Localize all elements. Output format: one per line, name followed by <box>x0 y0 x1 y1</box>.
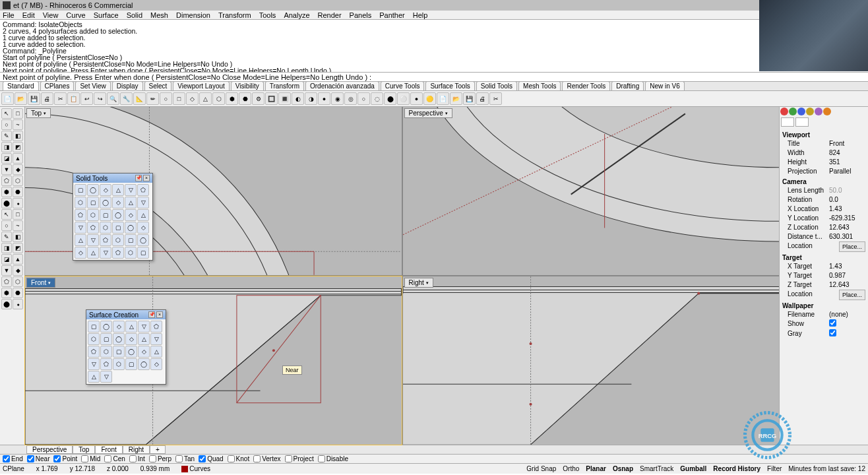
left-tool-button[interactable]: ▲ <box>13 153 23 164</box>
toolbar-button[interactable]: ⬣ <box>239 92 251 105</box>
pin-icon[interactable]: 📌 <box>135 175 142 181</box>
osnap-project[interactable]: Project <box>285 455 314 462</box>
place-target-button[interactable]: Place... <box>839 290 865 300</box>
left-tool-button[interactable]: ⬥ <box>13 299 23 309</box>
palette-button[interactable]: ▽ <box>88 358 100 370</box>
palette-button[interactable]: ⬡ <box>75 197 86 208</box>
left-tool-button[interactable]: ⬠ <box>1 276 12 287</box>
palette-button[interactable]: ▽ <box>150 333 162 345</box>
left-tool-button[interactable]: ✎ <box>1 232 12 242</box>
left-tool-button[interactable]: ◨ <box>1 243 12 253</box>
palette-button[interactable]: △ <box>137 209 149 221</box>
solid-tools-panel[interactable]: Solid Tools 📌× ▢◯◇△▽⬠⬡▢◯◇△▽⬠⬡▢◯◇△▽⬠⬡▢◯◇△… <box>73 173 153 261</box>
palette-button[interactable]: ▢ <box>125 358 137 370</box>
menu-edit[interactable]: Edit <box>22 11 35 19</box>
toolbar-tab[interactable]: Ordenación avanzada <box>305 81 379 90</box>
toolbar-tab[interactable]: Select <box>144 81 172 90</box>
status-toggle-grid-snap[interactable]: Grid Snap <box>526 465 556 472</box>
toolbar-button[interactable]: ◎ <box>344 92 357 105</box>
palette-button[interactable]: ◇ <box>112 197 124 208</box>
object-tab[interactable] <box>781 117 794 127</box>
palette-button[interactable]: ◯ <box>125 346 137 358</box>
viewport-tab[interactable]: + <box>150 445 166 454</box>
toolbar-button[interactable]: ◑ <box>305 92 317 105</box>
viewport-perspective[interactable]: Perspective▾ <box>403 107 780 275</box>
palette-button[interactable]: ▽ <box>137 197 149 208</box>
viewport-tab[interactable]: Front <box>95 445 122 454</box>
osnap-quad[interactable]: Quad <box>199 455 223 462</box>
osnap-knot[interactable]: Knot <box>228 455 250 462</box>
toolbar-tab[interactable]: Visibility <box>231 81 264 90</box>
toolbar-button[interactable]: 📋 <box>67 92 80 105</box>
left-tool-button[interactable]: ⬤ <box>1 299 12 309</box>
palette-button[interactable]: ◯ <box>100 197 111 208</box>
osnap-end[interactable]: End <box>3 455 23 462</box>
palette-button[interactable]: ⬠ <box>75 209 86 221</box>
toolbar-button[interactable]: 🔍 <box>107 92 119 105</box>
toolbar-button[interactable]: ✂ <box>489 92 502 105</box>
palette-button[interactable]: ⬠ <box>87 222 99 234</box>
left-tool-button[interactable]: ▼ <box>1 265 12 276</box>
palette-button[interactable]: ◯ <box>112 209 124 221</box>
toolbar-tab[interactable]: Mesh Tools <box>518 81 561 90</box>
toolbar-button[interactable]: ● <box>318 92 330 105</box>
y-target-value[interactable]: 0.987 <box>829 271 865 280</box>
palette-button[interactable]: ⬡ <box>112 234 124 246</box>
palette-button[interactable]: ⬠ <box>100 358 112 370</box>
wallpaper-gray-checkbox[interactable] <box>829 329 836 336</box>
toolbar-button[interactable]: ⚙ <box>252 92 264 105</box>
palette-button[interactable]: △ <box>87 247 99 259</box>
palette-button[interactable]: ▽ <box>100 371 112 383</box>
palette-button[interactable]: ▢ <box>112 222 124 234</box>
toolbar-tab[interactable]: Drafting <box>611 81 644 90</box>
palette-button[interactable]: △ <box>75 234 86 246</box>
left-tool-button[interactable]: ⬡ <box>13 175 23 186</box>
y-location-value[interactable]: -629.315 <box>829 214 865 223</box>
menu-tools[interactable]: Tools <box>259 11 276 19</box>
viewport-front[interactable]: Front▾ Near Surface Creation 📌× <box>25 276 402 445</box>
toolbar-tab[interactable]: Curve Tools <box>381 81 425 90</box>
command-line[interactable]: Next point of polyline. Press Enter when… <box>0 73 868 82</box>
material-tab[interactable] <box>795 117 809 127</box>
toolbar-tab[interactable]: CPlanes <box>40 81 75 90</box>
viewport-tab[interactable]: Perspective <box>26 445 73 454</box>
palette-button[interactable]: ▽ <box>100 247 111 259</box>
left-tool-button[interactable]: ▲ <box>13 254 23 265</box>
palette-button[interactable]: ◇ <box>138 346 150 358</box>
toolbar-button[interactable]: ◉ <box>331 92 344 105</box>
osnap-checkbox[interactable] <box>53 455 61 462</box>
toolbar-button[interactable]: △ <box>199 92 212 105</box>
toolbar-button[interactable]: ● <box>410 92 423 105</box>
layer-indicator[interactable]: Curves <box>181 465 210 472</box>
toolbar-button[interactable]: ⬡ <box>212 92 225 105</box>
toolbar-button[interactable]: ◐ <box>292 92 304 105</box>
osnap-checkbox[interactable] <box>318 455 325 462</box>
osnap-checkbox[interactable] <box>175 455 183 462</box>
toolbar-button[interactable]: 🔲 <box>265 92 278 105</box>
menu-curve[interactable]: Curve <box>66 11 85 19</box>
left-tool-button[interactable]: ◪ <box>1 254 12 265</box>
palette-button[interactable]: ⬡ <box>125 247 137 259</box>
toolbar-button[interactable]: ✂ <box>54 92 67 105</box>
toolbar-button[interactable]: 📄 <box>437 92 449 105</box>
toolbar-button[interactable]: □ <box>173 92 185 105</box>
menu-analyze[interactable]: Analyze <box>284 11 309 19</box>
left-tool-button[interactable]: □ <box>13 209 23 220</box>
left-tool-button[interactable]: ⬢ <box>1 187 12 197</box>
palette-button[interactable]: ◇ <box>113 321 125 332</box>
left-tool-button[interactable]: □ <box>13 108 23 119</box>
toolbar-tab[interactable]: New in V6 <box>645 81 685 90</box>
toolbar-tab[interactable]: Viewport Layout <box>173 81 230 90</box>
palette-button[interactable]: ◯ <box>87 184 99 196</box>
tab-icon[interactable] <box>806 108 814 115</box>
chevron-down-icon[interactable]: ▾ <box>44 111 46 116</box>
palette-button[interactable]: ⬠ <box>137 184 149 196</box>
palette-button[interactable]: ◇ <box>125 333 137 345</box>
palette-button[interactable]: ▢ <box>88 321 100 332</box>
left-tool-button[interactable]: ⬢ <box>1 288 12 298</box>
lens-length-value[interactable]: 50.0 <box>829 186 865 195</box>
osnap-checkbox[interactable] <box>104 455 111 462</box>
palette-button[interactable]: ▢ <box>113 346 125 358</box>
palette-button[interactable]: ⬡ <box>113 358 125 370</box>
status-toggle-record-history[interactable]: Record History <box>713 465 760 472</box>
